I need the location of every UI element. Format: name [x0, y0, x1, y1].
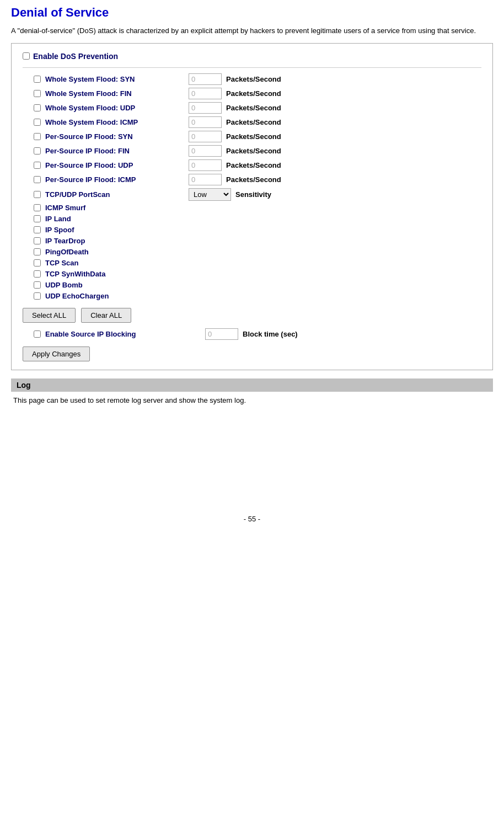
label-psf-fin: Per-Source IP Flood: FIN — [45, 147, 189, 155]
divider — [23, 67, 481, 68]
label-wsf-udp: Whole System Flood: UDP — [45, 104, 189, 112]
unit-psf-udp: Packets/Second — [226, 161, 281, 169]
label-psf-udp: Per-Source IP Flood: UDP — [45, 161, 189, 169]
unit-wsf-fin: Packets/Second — [226, 89, 281, 98]
page-title: Denial of Service — [11, 6, 493, 20]
option-row-icmp-smurf: ICMP Smurf — [23, 204, 481, 212]
apply-row: Apply Changes — [23, 346, 481, 361]
label-tcp-synwithdata: TCP SynWithData — [45, 270, 189, 278]
option-row-ip-teardrop: IP TearDrop — [23, 237, 481, 245]
checkbox-portscan[interactable] — [34, 191, 41, 198]
label-psf-syn: Per-Source IP Flood: SYN — [45, 132, 189, 141]
label-wsf-syn: Whole System Flood: SYN — [45, 75, 189, 83]
input-wsf-syn[interactable] — [189, 73, 222, 85]
unit-block-time: Block time (sec) — [243, 330, 298, 338]
label-tcp-scan: TCP Scan — [45, 259, 189, 267]
option-row-wsf-udp: Whole System Flood: UDP Packets/Second — [23, 102, 481, 114]
input-psf-icmp[interactable] — [189, 174, 222, 185]
checkbox-wsf-udp[interactable] — [34, 104, 41, 111]
unit-portscan: Sensitivity — [235, 190, 271, 199]
option-row-ip-spoof: IP Spoof — [23, 226, 481, 234]
enable-dos-checkbox[interactable] — [23, 52, 30, 60]
label-udp-bomb: UDP Bomb — [45, 281, 189, 289]
option-row-pingofdeath: PingOfDeath — [23, 248, 481, 256]
input-psf-syn[interactable] — [189, 131, 222, 142]
input-psf-fin[interactable] — [189, 145, 222, 157]
options-list: Whole System Flood: SYN Packets/Second W… — [23, 73, 481, 300]
enable-dos-row: Enable DoS Prevention — [23, 52, 481, 61]
option-row-wsf-fin: Whole System Flood: FIN Packets/Second — [23, 88, 481, 99]
label-pingofdeath: PingOfDeath — [45, 248, 189, 256]
checkbox-source-ip-blocking[interactable] — [34, 330, 41, 338]
checkbox-tcp-synwithdata[interactable] — [34, 270, 41, 278]
checkbox-wsf-icmp[interactable] — [34, 119, 41, 126]
apply-changes-button[interactable]: Apply Changes — [23, 346, 90, 361]
checkbox-wsf-fin[interactable] — [34, 90, 41, 97]
label-psf-icmp: Per-Source IP Flood: ICMP — [45, 175, 189, 184]
label-wsf-icmp: Whole System Flood: ICMP — [45, 118, 189, 126]
sensitivity-select[interactable]: Low Medium High — [189, 188, 231, 201]
unit-wsf-syn: Packets/Second — [226, 75, 281, 83]
checkbox-psf-icmp[interactable] — [34, 176, 41, 183]
unit-wsf-udp: Packets/Second — [226, 104, 281, 112]
log-description-text: This page can be used to set remote log … — [11, 396, 493, 404]
select-all-button[interactable]: Select ALL — [23, 308, 76, 323]
label-portscan: TCP/UDP PortScan — [45, 190, 189, 199]
input-block-time[interactable] — [205, 328, 238, 340]
dos-panel: Enable DoS Prevention Whole System Flood… — [11, 43, 493, 370]
checkbox-psf-udp[interactable] — [34, 162, 41, 169]
page-number: - 55 - — [11, 515, 493, 523]
source-ip-row: Enable Source IP Blocking Block time (se… — [23, 328, 481, 340]
unit-psf-fin: Packets/Second — [226, 147, 281, 155]
label-source-ip-blocking: Enable Source IP Blocking — [45, 330, 189, 338]
checkbox-ip-land[interactable] — [34, 215, 41, 222]
option-row-psf-icmp: Per-Source IP Flood: ICMP Packets/Second — [23, 174, 481, 185]
checkbox-ip-spoof[interactable] — [34, 226, 41, 233]
unit-psf-icmp: Packets/Second — [226, 175, 281, 184]
option-row-wsf-icmp: Whole System Flood: ICMP Packets/Second — [23, 116, 481, 128]
checkbox-tcp-scan[interactable] — [34, 259, 41, 266]
option-row-psf-syn: Per-Source IP Flood: SYN Packets/Second — [23, 131, 481, 142]
option-row-wsf-syn: Whole System Flood: SYN Packets/Second — [23, 73, 481, 85]
input-psf-udp[interactable] — [189, 159, 222, 171]
option-row-udp-bomb: UDP Bomb — [23, 281, 481, 289]
unit-wsf-icmp: Packets/Second — [226, 118, 281, 126]
checkbox-icmp-smurf[interactable] — [34, 204, 41, 211]
option-row-psf-fin: Per-Source IP Flood: FIN Packets/Second — [23, 145, 481, 157]
checkbox-ip-teardrop[interactable] — [34, 237, 41, 244]
label-ip-teardrop: IP TearDrop — [45, 237, 189, 245]
label-ip-spoof: IP Spoof — [45, 226, 189, 234]
label-icmp-smurf: ICMP Smurf — [45, 204, 189, 212]
checkbox-psf-fin[interactable] — [34, 147, 41, 154]
checkbox-udp-echochargen[interactable] — [34, 292, 41, 300]
input-wsf-udp[interactable] — [189, 102, 222, 114]
page-wrapper: Denial of Service A "denial-of-service" … — [0, 0, 504, 529]
option-row-tcp-synwithdata: TCP SynWithData — [23, 270, 481, 278]
input-wsf-icmp[interactable] — [189, 116, 222, 128]
unit-psf-syn: Packets/Second — [226, 132, 281, 141]
label-wsf-fin: Whole System Flood: FIN — [45, 89, 189, 98]
select-clear-buttons: Select ALL Clear ALL — [23, 308, 481, 323]
checkbox-wsf-syn[interactable] — [34, 76, 41, 83]
checkbox-psf-syn[interactable] — [34, 133, 41, 140]
checkbox-pingofdeath[interactable] — [34, 248, 41, 255]
clear-all-button[interactable]: Clear ALL — [81, 308, 131, 323]
checkbox-udp-bomb[interactable] — [34, 281, 41, 289]
option-row-portscan: TCP/UDP PortScan Low Medium High Sensiti… — [23, 188, 481, 201]
label-udp-echochargen: UDP EchoChargen — [45, 292, 189, 300]
log-section-header: Log — [11, 378, 493, 392]
option-row-psf-udp: Per-Source IP Flood: UDP Packets/Second — [23, 159, 481, 171]
enable-dos-label: Enable DoS Prevention — [33, 52, 118, 61]
option-row-tcp-scan: TCP Scan — [23, 259, 481, 267]
label-ip-land: IP Land — [45, 215, 189, 223]
input-wsf-fin[interactable] — [189, 88, 222, 99]
description-text: A "denial-of-service" (DoS) attack is ch… — [11, 25, 493, 36]
option-row-ip-land: IP Land — [23, 215, 481, 223]
option-row-udp-echochargen: UDP EchoChargen — [23, 292, 481, 300]
